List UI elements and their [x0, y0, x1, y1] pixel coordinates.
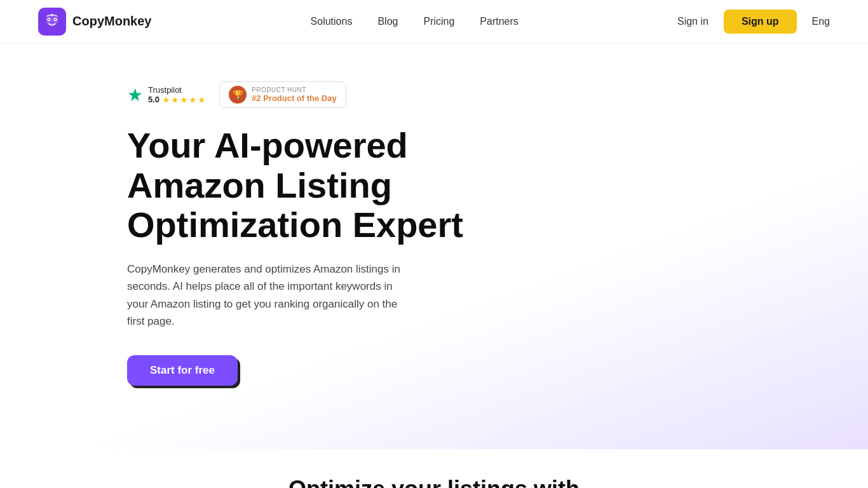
logo-text: CopyMonkey	[72, 14, 151, 29]
optimize-section: Optimize your listings with AI-powered t…	[0, 449, 868, 488]
nav-blog[interactable]: Blog	[377, 16, 398, 27]
logo[interactable]: CopyMonkey	[38, 8, 151, 36]
hero-subtext: CopyMonkey generates and optimizes Amazo…	[127, 261, 407, 330]
svg-point-5	[55, 18, 56, 20]
trustpilot-name: Trustpilot	[148, 85, 207, 95]
ph-product: #2 Product of the Day	[252, 93, 337, 103]
logo-icon	[38, 8, 66, 36]
header-right: Sign in Sign up Eng	[677, 10, 830, 34]
nav-pricing[interactable]: Pricing	[423, 16, 454, 27]
header: CopyMonkey Solutions Blog Pricing Partne…	[0, 0, 868, 43]
svg-point-1	[46, 15, 58, 25]
optimize-title: Optimize your listings with AI-powered t…	[38, 475, 830, 488]
main-nav: Solutions Blog Pricing Partners	[311, 16, 519, 27]
hero-headline: Your AI-powered Amazon Listing Optimizat…	[127, 126, 483, 245]
ph-label: Product Hunt	[252, 86, 337, 93]
start-free-button[interactable]: Start for free	[127, 355, 238, 386]
trustpilot-rating: 5.0	[148, 95, 159, 104]
badges-row: ★ Trustpilot 5.0 ★★★★★ 🏆 Product Hunt #2…	[127, 81, 830, 108]
trustpilot-stars: ★★★★★	[162, 95, 207, 105]
nav-partners[interactable]: Partners	[480, 16, 518, 27]
svg-rect-6	[51, 14, 53, 16]
sign-in-link[interactable]: Sign in	[677, 16, 709, 27]
product-hunt-badge: 🏆 Product Hunt #2 Product of the Day	[219, 81, 346, 108]
language-selector[interactable]: Eng	[812, 16, 830, 27]
svg-point-4	[48, 18, 50, 20]
cta-row: Start for free	[127, 355, 830, 386]
sign-up-button[interactable]: Sign up	[724, 10, 797, 34]
nav-solutions[interactable]: Solutions	[311, 16, 353, 27]
hero-section: ★ Trustpilot 5.0 ★★★★★ 🏆 Product Hunt #2…	[0, 43, 868, 449]
trustpilot-star-icon: ★	[127, 85, 143, 105]
trustpilot-badge: ★ Trustpilot 5.0 ★★★★★	[127, 85, 207, 105]
product-hunt-icon: 🏆	[229, 86, 247, 104]
optimize-title-line1: Optimize your listings with	[38, 475, 830, 488]
